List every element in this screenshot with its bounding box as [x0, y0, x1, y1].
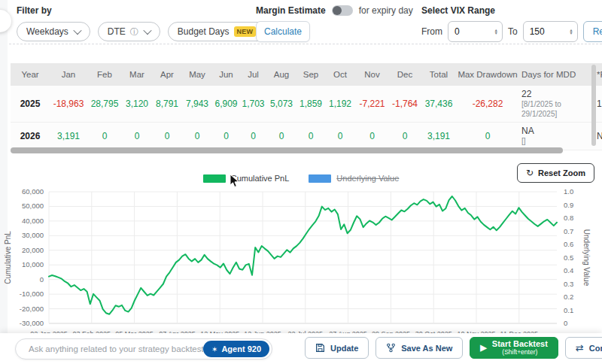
vix-to-input[interactable]: 150 ▲▼	[523, 21, 578, 42]
table-cell: 28,795	[87, 99, 122, 109]
table-cell: 3,191	[421, 131, 457, 141]
chevron-down-icon	[73, 26, 81, 35]
compare-backtest-label: Compare Backtest	[589, 344, 602, 353]
reset-zoom-label: Reset Zoom	[538, 168, 585, 177]
compare-backtest-button[interactable]: ⇄ Compare Backtest	[565, 337, 602, 359]
new-badge: NEW	[234, 26, 257, 37]
horizontal-scrollbar[interactable]	[11, 147, 563, 153]
fork-icon	[386, 343, 396, 353]
table-cell: 0	[182, 131, 212, 141]
svg-text:10,000: 10,000	[22, 260, 44, 268]
for-expiry-day-label: for expiry day	[359, 5, 413, 16]
save-as-new-label: Save As New	[401, 344, 452, 353]
svg-text:20,000: 20,000	[22, 246, 44, 254]
start-backtest-button[interactable]: ▶ Start Backtest (Shift+enter)	[470, 337, 558, 359]
column-header: May	[182, 70, 212, 79]
legend-swatch	[203, 174, 226, 183]
stepper-icon[interactable]: ▲▼	[494, 29, 498, 35]
stepper-icon[interactable]: ▲▼	[569, 29, 573, 35]
bottom-action-bar: Ask anything related to your strategy ba…	[0, 333, 602, 364]
save-as-new-button[interactable]: Save As New	[375, 337, 463, 359]
table-cell: 0	[296, 131, 325, 141]
svg-text:0: 0	[40, 275, 44, 284]
reset-zoom-button[interactable]: ↻ Reset Zoom	[517, 163, 594, 183]
vix-to-value: 150	[530, 26, 545, 37]
table-cell: -1,764	[389, 99, 421, 109]
compare-arrows-icon: ⇄	[576, 342, 584, 353]
column-header: Jun	[212, 70, 240, 79]
pnl-chart: Cumulative PnLUnderlying Value ↻ Reset Z…	[0, 162, 602, 339]
table-cell: 0	[87, 131, 122, 141]
info-icon: ⓘ	[130, 28, 138, 36]
table-cell: NA[]	[518, 126, 594, 147]
ask-strategy-input[interactable]: Ask anything related to your strategy ba…	[15, 338, 272, 359]
svg-text:0.3: 0.3	[564, 280, 573, 288]
svg-text:40,000: 40,000	[22, 217, 44, 225]
table-cell: 2025	[11, 99, 50, 109]
table-cell: 1,859	[296, 99, 325, 109]
margin-estimate-group: Margin Estimate for expiry day Calculate	[256, 5, 413, 42]
table-cell: 5,073	[266, 99, 296, 109]
calculate-button[interactable]: Calculate	[256, 21, 310, 42]
vix-range-group: Select VIX Range From 0 ▲▼ To 150 ▲▼ Re-…	[421, 5, 602, 42]
svg-text:-30,000: -30,000	[20, 319, 44, 327]
table-cell: 3,120	[122, 99, 152, 109]
top-toolbar: Filter by Weekdays DTE ⓘ Budget Days NEW…	[0, 0, 602, 44]
column-header: Total	[421, 70, 457, 79]
table-cell: 0	[240, 131, 266, 141]
vertical-scrollbar[interactable]	[591, 65, 596, 146]
svg-text:0.4: 0.4	[564, 266, 573, 275]
chart-plot[interactable]: 60,00050,00040,00030,00020,00010,0000-10…	[0, 162, 602, 339]
svg-text:60,000: 60,000	[22, 187, 44, 196]
column-header: Aug	[266, 70, 296, 79]
table-cell: 0	[389, 131, 421, 141]
margin-estimate-toggle[interactable]	[332, 5, 353, 16]
table-cell: 0	[325, 131, 355, 141]
table-cell: -7,221	[355, 99, 389, 109]
svg-text:30,000: 30,000	[22, 231, 44, 239]
table-cell: -26,282	[457, 99, 518, 109]
table-header-row: YearJanFebMarAprMayJunJulAugSepOctNovDec…	[11, 63, 602, 86]
column-header: Sep	[296, 70, 325, 79]
vix-from-input[interactable]: 0 ▲▼	[448, 21, 503, 42]
legend-item-underlying-value[interactable]: Underlying Value	[309, 174, 399, 183]
chart-legend: Cumulative PnLUnderlying Value	[0, 174, 602, 183]
svg-text:0.1: 0.1	[564, 306, 573, 314]
dte-dropdown[interactable]: DTE ⓘ	[98, 22, 160, 41]
vix-from-value: 0	[455, 26, 460, 37]
weekdays-dropdown[interactable]: Weekdays	[17, 22, 90, 41]
table-cell: 0	[457, 131, 518, 141]
save-icon	[315, 343, 325, 353]
vix-to-label: To	[508, 26, 518, 37]
table-cell: 6,909	[212, 99, 240, 109]
svg-text:Underlying Value: Underlying Value	[582, 229, 591, 287]
budget-days-dropdown-label: Budget Days	[178, 26, 230, 37]
svg-text:Cumulative PnL: Cumulative PnL	[4, 231, 12, 284]
agent-button[interactable]: ✶ Agent 920	[203, 341, 269, 357]
divider	[9, 44, 602, 44]
table-cell: 0	[122, 131, 152, 141]
svg-text:1.0: 1.0	[564, 187, 573, 196]
vix-from-label: From	[421, 26, 442, 37]
table-cell: 0	[355, 131, 389, 141]
update-label: Update	[330, 344, 358, 353]
column-header: Year	[11, 70, 50, 79]
chevron-down-icon	[143, 26, 151, 35]
legend-label: Underlying Value	[336, 174, 399, 183]
svg-text:0.8: 0.8	[564, 214, 573, 222]
table-cell: 7,943	[182, 99, 212, 109]
svg-text:-20,000: -20,000	[20, 305, 44, 313]
play-icon: ▶	[480, 343, 486, 353]
svg-text:0.6: 0.6	[564, 240, 573, 248]
recalculate-button[interactable]: Re-calculate	[583, 21, 602, 42]
margin-estimate-label: Margin Estimate	[256, 5, 326, 16]
table-cell: 8,791	[152, 99, 182, 109]
column-header: Jan	[50, 70, 87, 79]
svg-text:0: 0	[564, 319, 567, 327]
weekdays-dropdown-label: Weekdays	[26, 26, 68, 37]
column-header: Apr	[152, 70, 182, 79]
ask-input-placeholder: Ask anything related to your strategy ba…	[29, 344, 203, 353]
update-button[interactable]: Update	[305, 337, 369, 359]
table-row-2026: 20263,191000000000003,1910NA[]No Drawdow…	[11, 123, 602, 150]
legend-item-cumulative-pnl[interactable]: Cumulative PnL	[203, 174, 290, 183]
